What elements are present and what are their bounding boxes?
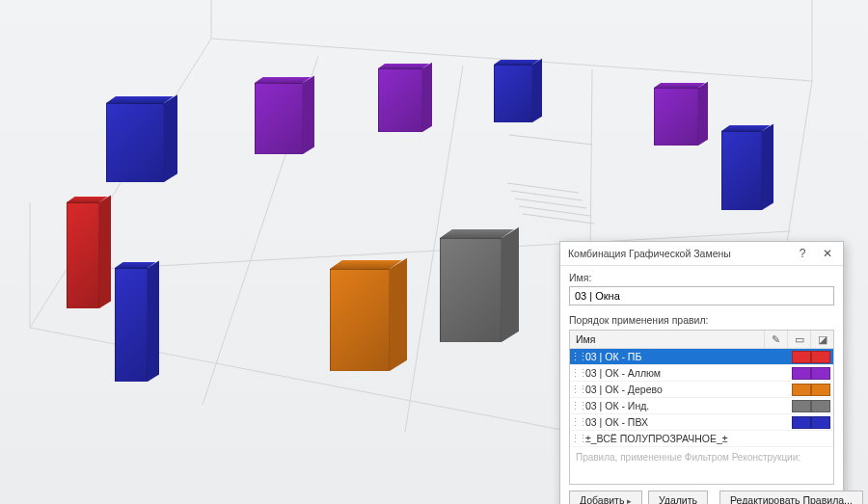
graphic-override-combination-dialog: Комбинация Графической Замены ? ✕ Имя: П… [559, 241, 844, 504]
rule-name: 03 | ОК - ПВХ [583, 416, 792, 428]
rules-note: Правила, примененные Фильтром Реконструк… [570, 447, 833, 484]
rule-row[interactable]: ⋮⋮03 | ОК - ПБ [570, 349, 833, 365]
rule-row[interactable]: ⋮⋮±_ВСЁ ПОЛУПРОЗРАЧНОЕ_± [570, 431, 833, 447]
rule-swatches[interactable] [792, 351, 833, 363]
dialog-titlebar[interactable]: Комбинация Графической Замены ? ✕ [560, 242, 843, 266]
rules-header: Имя ✎ ▭ ◪ [570, 331, 833, 349]
rule-row[interactable]: ⋮⋮03 | ОК - Дерево [570, 382, 833, 398]
name-input[interactable] [569, 286, 834, 305]
window-ind-center[interactable] [440, 229, 519, 342]
window-red-front[interactable] [67, 197, 111, 308]
swatch-line[interactable] [792, 367, 811, 380]
rule-swatches[interactable] [792, 367, 833, 380]
drag-handle-icon[interactable]: ⋮⋮ [570, 400, 583, 411]
edit-rules-button[interactable]: Редактировать Правила... [719, 491, 863, 504]
window-pvh-left1[interactable] [106, 96, 177, 182]
col-name[interactable]: Имя [570, 331, 764, 348]
swatch-fill[interactable] [811, 384, 830, 396]
swatch-fill[interactable] [811, 416, 830, 429]
rule-name: 03 | ОК - Дерево [583, 384, 792, 395]
window-alum-2[interactable] [378, 64, 432, 132]
delete-button[interactable]: Удалить [648, 491, 708, 504]
drag-handle-icon[interactable]: ⋮⋮ [570, 433, 583, 444]
rule-name: 03 | ОК - ПБ [583, 351, 792, 362]
drag-handle-icon[interactable]: ⋮⋮ [570, 384, 583, 395]
help-button[interactable]: ? [791, 245, 814, 262]
col-fill-surface-icon[interactable]: ◪ [810, 331, 833, 348]
swatch-line[interactable] [792, 416, 811, 429]
rule-row[interactable]: ⋮⋮03 | ОК - Инд. [570, 398, 833, 414]
swatch-line[interactable] [792, 384, 811, 396]
col-pen-icon[interactable]: ✎ [764, 331, 787, 348]
window-pvh-right[interactable] [721, 125, 773, 210]
rule-swatches[interactable] [792, 384, 833, 396]
window-wood-center[interactable] [330, 260, 407, 371]
rule-name: 03 | ОК - Аллюм [583, 367, 792, 379]
swatch-fill[interactable] [811, 351, 830, 363]
swatch-line[interactable] [792, 400, 811, 412]
rule-swatches[interactable] [792, 416, 833, 429]
col-fill-line-icon[interactable]: ▭ [787, 331, 810, 348]
drag-handle-icon[interactable]: ⋮⋮ [570, 367, 583, 379]
rule-name: ±_ВСЁ ПОЛУПРОЗРАЧНОЕ_± [583, 433, 830, 444]
add-button[interactable]: Добавить [569, 491, 642, 504]
swatch-fill[interactable] [811, 367, 830, 380]
swatch-fill[interactable] [811, 400, 830, 412]
close-button[interactable]: ✕ [816, 245, 839, 262]
name-label: Имя: [569, 272, 834, 283]
rules-list: Имя ✎ ▭ ◪ ⋮⋮03 | ОК - ПБ⋮⋮03 | ОК - Аллю… [569, 330, 834, 485]
dialog-title: Комбинация Графической Замены [568, 248, 731, 259]
rule-name: 03 | ОК - Инд. [583, 400, 792, 411]
rule-swatches[interactable] [792, 400, 833, 412]
rule-row[interactable]: ⋮⋮03 | ОК - ПВХ [570, 414, 833, 431]
window-pvh-left2[interactable] [115, 262, 159, 382]
drag-handle-icon[interactable]: ⋮⋮ [570, 416, 583, 428]
svg-line-14 [509, 135, 592, 145]
rule-row[interactable]: ⋮⋮03 | ОК - Аллюм [570, 365, 833, 382]
window-alum-1[interactable] [255, 77, 314, 154]
rules-label: Порядок применения правил: [569, 314, 834, 326]
drag-handle-icon[interactable]: ⋮⋮ [570, 351, 583, 362]
window-alum-back[interactable] [654, 83, 708, 146]
window-pvh-back1[interactable] [494, 60, 542, 122]
swatch-line[interactable] [792, 351, 811, 363]
